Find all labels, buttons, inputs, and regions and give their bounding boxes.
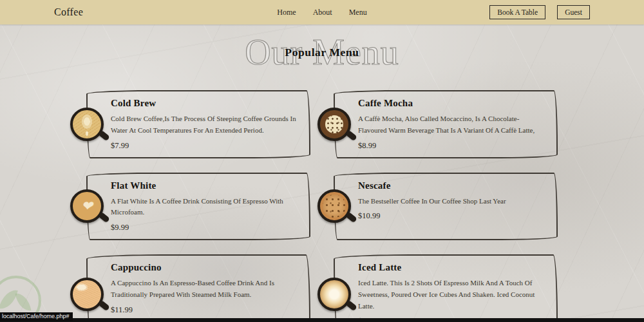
- top-navbar: Coffee Home About Menu Book A Table Gues…: [0, 0, 644, 24]
- item-price: $8.99: [358, 141, 546, 151]
- book-a-table-button[interactable]: Book A Table: [489, 5, 545, 19]
- menu-item-card: Nescafe The Bestseller Coffee In Our Cof…: [334, 173, 558, 241]
- coffee-cup-art: [325, 115, 343, 133]
- brand-logo[interactable]: Coffee: [54, 6, 83, 18]
- menu-item-card: ❤ Flat White A Flat White Is A Coffee Dr…: [86, 173, 310, 241]
- nescafe-speckled-cup: [317, 189, 351, 223]
- coffee-cup-art: [73, 111, 100, 138]
- item-price: $11.99: [111, 305, 299, 315]
- item-name: Iced Latte: [358, 262, 546, 273]
- iced-latte-cup: [317, 278, 351, 311]
- menu-grid: Cold Brew Cold Brew Coffee,Is The Proces…: [86, 90, 558, 322]
- item-description: A Flat White Is A Coffee Drink Consistin…: [111, 196, 299, 219]
- item-price: $9.99: [111, 223, 299, 232]
- menu-page: Our Menu Popular Menu Cold Brew Cold Bre…: [0, 35, 644, 322]
- guest-button[interactable]: Guest: [557, 5, 590, 19]
- latte-rosetta-art-cup: [70, 108, 104, 141]
- browser-status-bar: localhost/Cafe/home.php#: [0, 312, 73, 321]
- menu-item-card: Caffe Mocha A Caffè Mocha, Also Called M…: [334, 90, 558, 158]
- cappuccino-foam-cup: [70, 278, 104, 311]
- item-description: The Bestseller Coffee In Our Coffee Shop…: [358, 196, 546, 207]
- coffee-cup-art: ❤: [73, 193, 100, 220]
- item-name: Nescafe: [358, 180, 546, 191]
- nav-link-about[interactable]: About: [313, 8, 332, 17]
- coffee-cup-art: [323, 194, 346, 218]
- nav-link-menu[interactable]: Menu: [349, 8, 367, 17]
- item-description: Cold Brew Coffee,Is The Process Of Steep…: [111, 113, 299, 137]
- page-title: Popular Menu: [0, 46, 644, 59]
- coffee-cup-art: [73, 281, 100, 308]
- item-description: A Caffè Mocha, Also Called Mocaccino, Is…: [358, 113, 546, 137]
- menu-heading: Our Menu Popular Menu: [0, 35, 644, 75]
- footer-strip: [0, 318, 644, 322]
- nav-buttons: Book A Table Guest: [489, 5, 590, 19]
- menu-item-card: Cold Brew Cold Brew Coffee,Is The Proces…: [86, 90, 310, 158]
- item-description: A Cappuccino Is An Espresso-Based Coffee…: [111, 278, 299, 301]
- item-name: Caffe Mocha: [358, 98, 546, 109]
- item-name: Cold Brew: [111, 98, 299, 109]
- nav-link-home[interactable]: Home: [277, 8, 296, 17]
- heart-latte-art-cup: ❤: [70, 189, 104, 223]
- coffee-cup-art: [321, 281, 348, 308]
- item-price: $10.99: [358, 211, 546, 221]
- item-name: Cappuccino: [111, 262, 299, 273]
- menu-item-card: Cappuccino A Cappuccino Is An Espresso-B…: [86, 254, 310, 322]
- item-price: $7.99: [111, 141, 299, 151]
- item-name: Flat White: [111, 180, 299, 191]
- menu-item-card: Iced Latte Iced Latte. This Is 2 Shots O…: [334, 254, 558, 322]
- mocha-sprinkles-cup: [317, 108, 351, 141]
- item-description: Iced Latte. This Is 2 Shots Of Espresso …: [358, 278, 546, 312]
